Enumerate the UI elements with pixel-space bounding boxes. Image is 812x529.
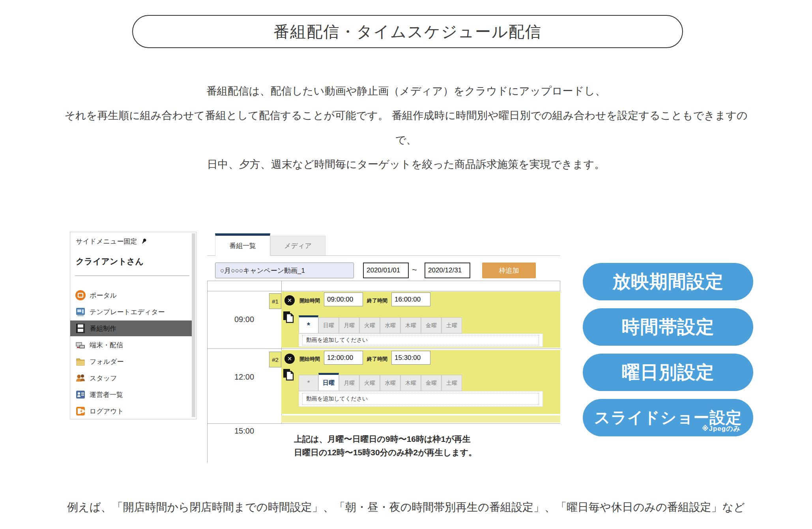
day-tab-wed[interactable]: 水曜 — [380, 317, 400, 333]
close-icon[interactable]: ✕ — [284, 295, 295, 305]
block-2-tag: #2 — [269, 352, 281, 367]
date-range-tilde: ~ — [412, 265, 417, 275]
pushpin-icon[interactable] — [140, 238, 147, 245]
day-tab-tue[interactable]: 火曜 — [359, 317, 380, 333]
grid-line — [207, 291, 560, 291]
time-label-1500: 15:00 — [207, 427, 281, 436]
block-1-tag: #1 — [269, 293, 281, 309]
copy-icon[interactable] — [283, 368, 294, 382]
day-tab-label: 水曜 — [385, 380, 396, 387]
day-tab-sat[interactable]: 土曜 — [442, 375, 462, 391]
video-drop-zone[interactable]: 動画を追加してください — [302, 335, 539, 345]
sidebar-item-label: 運営者一覧 — [90, 390, 123, 399]
close-glyph: ✕ — [287, 297, 292, 304]
sidebar-pin-header[interactable]: サイドメニュー固定 — [76, 237, 147, 246]
sidebar-item-label: ログアウト — [90, 407, 124, 416]
close-glyph: ✕ — [287, 356, 292, 362]
badge-broadcast-period: 放映期間設定 — [583, 263, 753, 300]
day-tab-tue[interactable]: 火曜 — [359, 375, 380, 391]
sidebar-item-folder[interactable]: フォルダー — [70, 354, 193, 369]
day-tab-label: 火曜 — [364, 380, 375, 387]
intro-line: で、 — [0, 128, 812, 152]
time-label-0900: 09:00 — [207, 315, 281, 324]
sidebar-item-device-delivery[interactable]: 端末・配信 — [70, 337, 193, 353]
sidebar-item-staff[interactable]: スタッフ — [70, 370, 193, 386]
day-tab-mon[interactable]: 月曜 — [339, 375, 359, 391]
day-tab-label: 日曜 — [323, 379, 335, 387]
sidebar-item-operators[interactable]: 運営者一覧 — [70, 387, 193, 402]
close-icon[interactable]: ✕ — [284, 354, 295, 364]
day-tab-wed[interactable]: 水曜 — [380, 375, 400, 391]
date-to-input[interactable] — [425, 263, 470, 278]
badge-note: ※Jpegのみ — [702, 424, 741, 433]
end-time-label: 終了時間 — [367, 297, 387, 304]
copy-icon[interactable] — [283, 311, 294, 325]
sidebar-scrollbar[interactable] — [192, 233, 195, 417]
day-tab-label: 月曜 — [344, 380, 355, 387]
page-title-text: 番組配信・タイムスケジュール配信 — [273, 21, 542, 43]
sidebar-pin-label: サイドメニュー固定 — [76, 237, 137, 246]
day-tab-fri[interactable]: 金曜 — [421, 317, 442, 333]
end-time-input[interactable] — [391, 351, 430, 365]
day-tab-all[interactable]: * — [299, 315, 318, 333]
portal-icon — [75, 290, 86, 300]
grid-line — [207, 423, 560, 424]
sidebar-divider — [75, 276, 189, 276]
badge-day-of-week: 曜日別設定 — [583, 354, 753, 391]
day-tab-thu[interactable]: 木曜 — [400, 375, 421, 391]
badge-label: 放映期間設定 — [612, 270, 724, 294]
day-tab-all[interactable]: * — [299, 375, 318, 391]
sidebar-item-program-create[interactable]: 番組制作 — [70, 320, 193, 336]
sidebar-item-logout[interactable]: ログアウト — [70, 403, 193, 419]
program-create-icon — [75, 323, 86, 333]
day-tab-label: 木曜 — [405, 380, 416, 387]
day-tab-sat[interactable]: 土曜 — [442, 317, 462, 333]
sidebar-item-label: ポータル — [90, 291, 117, 300]
date-from-input[interactable] — [363, 263, 409, 278]
staff-icon — [75, 373, 86, 383]
time-label-1200: 12:00 — [207, 373, 281, 382]
operators-icon — [75, 389, 86, 400]
end-time-input[interactable] — [391, 292, 430, 306]
grid-line — [207, 281, 560, 281]
start-time-label: 開始時間 — [299, 356, 320, 363]
day-tab-mon[interactable]: 月曜 — [339, 317, 359, 333]
end-time-label: 終了時間 — [367, 356, 387, 363]
day-tab-thu[interactable]: 木曜 — [400, 317, 421, 333]
day-tab-fri[interactable]: 金曜 — [421, 375, 442, 391]
sidebar: サイドメニュー固定 クライアントさん ポータル テンプレートエディター 番組制作 — [70, 232, 196, 419]
start-time-input[interactable] — [324, 351, 363, 365]
tab-program-list[interactable]: 番組一覧 — [215, 233, 270, 256]
sidebar-item-label: 番組制作 — [90, 324, 116, 333]
drop-zone-placeholder: 動画を追加してください — [306, 337, 368, 344]
sidebar-item-portal[interactable]: ポータル — [70, 287, 193, 303]
day-tab-sun[interactable]: 日曜 — [318, 373, 339, 391]
sidebar-item-template-editor[interactable]: テンプレートエディター — [70, 304, 193, 320]
day-tab-label: 土曜 — [446, 380, 457, 387]
intro-line: それを再生順に組み合わせて番組として配信することが可能です。 番組作成時に時間別… — [0, 103, 812, 128]
schedule-note-line: 上記は、月曜〜日曜日の9時〜16時は枠1が再生 — [294, 434, 471, 445]
client-name: クライアントさん — [76, 256, 144, 267]
tab-label: 番組一覧 — [229, 241, 256, 250]
badge-label: 時間帯設定 — [622, 315, 715, 339]
drop-zone-placeholder: 動画を追加してください — [306, 395, 368, 402]
day-tab-label: * — [307, 321, 310, 330]
badge-time-slot: 時間帯設定 — [583, 308, 753, 346]
day-tab-label: 土曜 — [446, 322, 457, 329]
sidebar-item-label: 端末・配信 — [90, 341, 123, 350]
sidebar-item-label: フォルダー — [90, 357, 124, 366]
tab-media[interactable]: メディア — [270, 236, 326, 255]
day-tab-label: 月曜 — [344, 322, 355, 329]
start-time-input[interactable] — [324, 292, 363, 306]
badge-label: 曜日別設定 — [622, 360, 715, 385]
program-name-input[interactable] — [215, 263, 354, 278]
template-editor-icon — [75, 307, 86, 317]
grid-line — [560, 281, 560, 291]
tab-label: メディア — [284, 241, 312, 250]
day-tab-label: 金曜 — [426, 380, 437, 387]
day-tab-label: 水曜 — [385, 322, 396, 329]
add-slot-button[interactable]: 枠追加 — [482, 263, 536, 278]
video-drop-zone[interactable]: 動画を追加してください — [302, 393, 539, 405]
day-tab-sun[interactable]: 日曜 — [318, 317, 339, 333]
sidebar-item-label: テンプレートエディター — [90, 307, 165, 317]
